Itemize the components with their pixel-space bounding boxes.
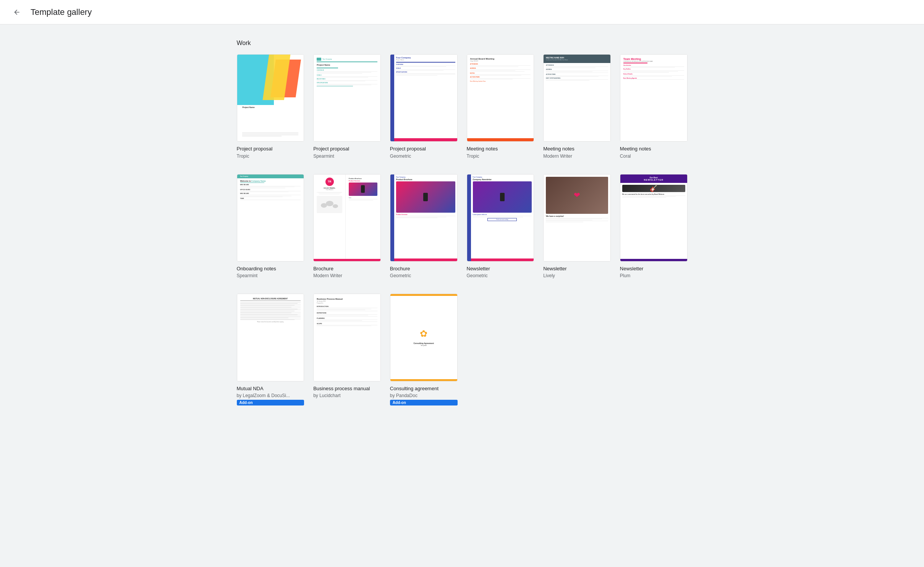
- template-sub: Spearmint: [237, 273, 304, 278]
- svg-point-2: [333, 204, 338, 208]
- template-item-newsletter-plum[interactable]: Our Best NEWSLETTER 🎸 We are nominated f…: [620, 174, 688, 279]
- template-sub: Spearmint: [313, 153, 381, 159]
- template-sub: Modern Writer: [543, 153, 611, 159]
- svg-point-1: [326, 201, 333, 206]
- template-sub: Tropic: [467, 153, 534, 159]
- template-grid-row2: Your Company Welcome to Company Name WHO…: [237, 174, 688, 279]
- template-sub: by Lucidchart: [313, 393, 381, 398]
- template-item-project-proposal-geo[interactable]: Four Company Project Name OVERVIEW GOALS…: [390, 54, 458, 159]
- template-thumb-ca[interactable]: ✿ Consulting Agreement Template: [390, 294, 458, 381]
- template-thumb-nl-geo[interactable]: Four Company Company Newsletter Lorem ip…: [467, 174, 534, 262]
- template-name: Newsletter: [467, 265, 534, 272]
- template-name: Project proposal: [313, 145, 381, 152]
- template-sub: Geometric: [390, 273, 458, 278]
- template-sub: Modern Writer: [313, 273, 381, 278]
- template-sub: Lively: [543, 273, 611, 278]
- template-name: Newsletter: [543, 265, 611, 272]
- template-sub: by LegalZoom & DocuSi...: [237, 393, 304, 398]
- template-thumb-mn-modern[interactable]: MEETING NAME 09/04 Conference Room A | 9…: [543, 54, 611, 142]
- template-name: Brochure: [313, 265, 381, 272]
- template-thumb-bpm[interactable]: Business Process Manual 1st January 20XX…: [313, 294, 381, 381]
- template-item-meeting-notes-coral[interactable]: Team Meeting CONFERENCE ROOM A | 00:00:0…: [620, 54, 688, 159]
- template-name: Project proposal: [390, 145, 458, 152]
- back-button[interactable]: [9, 5, 24, 20]
- template-thumb-mn-coral[interactable]: Team Meeting CONFERENCE ROOM A | 00:00:0…: [620, 54, 688, 142]
- template-grid-row3: MUTUAL NON-DISCLOSURE AGREEMENT: [237, 294, 688, 405]
- template-item-brochure-modern[interactable]: TR GO-GO TRAVEL Travel Masters: [313, 174, 381, 279]
- template-name: Business process manual: [313, 385, 381, 392]
- template-sub: Plum: [620, 273, 688, 278]
- template-name: Newsletter: [620, 265, 688, 272]
- template-name: Mutual NDA: [237, 385, 304, 392]
- template-item-meeting-notes-tropic[interactable]: Annual Board Meeting Today, 00/00/00 ATT…: [467, 54, 534, 159]
- template-sub: Geometric: [467, 273, 534, 278]
- template-item-mutual-nda[interactable]: MUTUAL NON-DISCLOSURE AGREEMENT: [237, 294, 304, 405]
- app-header: Template gallery: [0, 0, 924, 24]
- template-sub: Tropic: [237, 153, 304, 159]
- template-item-project-proposal-spearmint[interactable]: Your Company Project Name OVERVIEW GOALS…: [313, 54, 381, 159]
- template-item-brochure-geo[interactable]: Four Company Product Brochure Product Ov…: [390, 174, 458, 279]
- template-thumb-nl-plum[interactable]: Our Best NEWSLETTER 🎸 We are nominated f…: [620, 174, 688, 262]
- template-thumb-nl-lively[interactable]: ❤ We have a surprise!: [543, 174, 611, 262]
- template-name: Project proposal: [237, 145, 304, 152]
- template-item-newsletter-geo[interactable]: Four Company Company Newsletter Lorem ip…: [467, 174, 534, 279]
- template-name: Meeting notes: [543, 145, 611, 152]
- work-section: Work Project Name: [237, 40, 688, 405]
- template-name: Meeting notes: [467, 145, 534, 152]
- template-thumb-mn-tropic[interactable]: Annual Board Meeting Today, 00/00/00 ATT…: [467, 54, 534, 142]
- template-sub: Geometric: [390, 153, 458, 159]
- template-item-onboarding-spearmint[interactable]: Your Company Welcome to Company Name WHO…: [237, 174, 304, 279]
- addon-badge-nda: Add-on: [237, 400, 304, 405]
- template-thumb-br-geo[interactable]: Four Company Product Brochure Product Ov…: [390, 174, 458, 262]
- template-sub: by PandaDoc: [390, 393, 458, 398]
- template-thumb-geo[interactable]: Four Company Project Name OVERVIEW GOALS…: [390, 54, 458, 142]
- template-item-newsletter-lively[interactable]: ❤ We have a surprise! Newsletter Lively: [543, 174, 611, 279]
- template-item-project-proposal-tropic[interactable]: Project Name Project proposal Tropic: [237, 54, 304, 159]
- addon-badge-ca: Add-on: [390, 400, 458, 405]
- template-thumb-tropic[interactable]: Project Name: [237, 54, 304, 142]
- template-thumb-spearmint[interactable]: Your Company Project Name OVERVIEW GOALS…: [313, 54, 381, 142]
- template-thumb-nda[interactable]: MUTUAL NON-DISCLOSURE AGREEMENT: [237, 294, 304, 381]
- template-sub: Coral: [620, 153, 688, 159]
- template-name: Meeting notes: [620, 145, 688, 152]
- section-title-work: Work: [237, 40, 688, 47]
- page-title: Template gallery: [31, 7, 92, 17]
- template-name: Consulting agreement: [390, 385, 458, 392]
- template-name: Onboarding notes: [237, 265, 304, 272]
- template-name: Brochure: [390, 265, 458, 272]
- main-content: Work Project Name: [214, 24, 710, 436]
- template-thumb-ob-sp[interactable]: Your Company Welcome to Company Name WHO…: [237, 174, 304, 262]
- template-item-business-process-manual[interactable]: Business Process Manual 1st January 20XX…: [313, 294, 381, 405]
- template-grid-row1: Project Name Project proposal Tropic: [237, 54, 688, 159]
- template-item-consulting-agreement[interactable]: ✿ Consulting Agreement Template Consulti…: [390, 294, 458, 405]
- template-item-meeting-notes-modern[interactable]: MEETING NAME 09/04 Conference Room A | 9…: [543, 54, 611, 159]
- template-thumb-br-mw[interactable]: TR GO-GO TRAVEL Travel Masters: [313, 174, 381, 262]
